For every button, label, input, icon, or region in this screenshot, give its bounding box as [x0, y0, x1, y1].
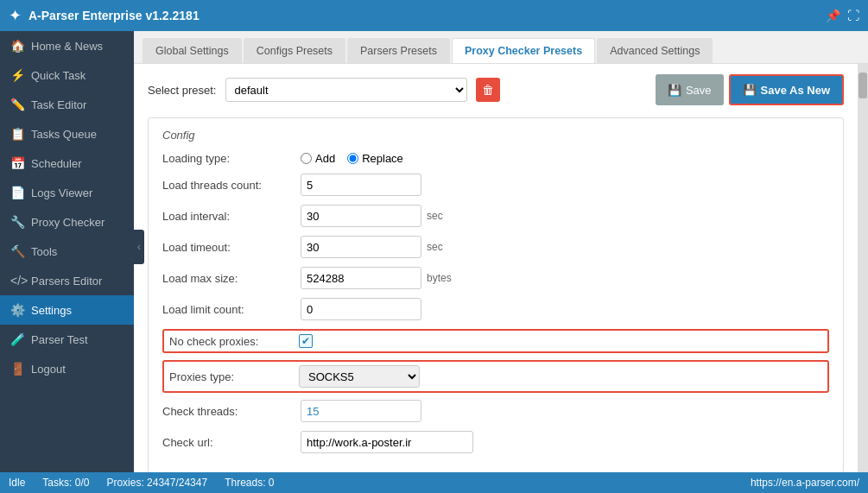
load-threads-label: Load threads count: — [162, 179, 301, 192]
scroll-thumb[interactable] — [858, 73, 867, 98]
load-limit-input[interactable] — [301, 298, 421, 320]
status-tasks: Tasks: 0/0 — [42, 477, 89, 489]
check-threads-input[interactable] — [301, 400, 421, 422]
status-proxies: Proxies: 24347/24347 — [106, 477, 207, 489]
radio-add[interactable]: Add — [301, 152, 335, 165]
sidebar-item-parser-test[interactable]: 🧪 Parser Test — [0, 325, 134, 354]
sidebar-label-scheduler: Scheduler — [31, 157, 82, 170]
sidebar-item-quick-task[interactable]: ⚡ Quick Task — [0, 60, 134, 90]
pin-icon[interactable]: 📌 — [826, 9, 840, 22]
save-as-label: Save As New — [761, 84, 830, 97]
proxies-type-row: Proxies type: HTTP HTTPS SOCKS4 SOCKS5 — [162, 360, 829, 393]
check-url-label: Check url: — [162, 436, 301, 449]
check-url-input[interactable] — [301, 431, 473, 453]
status-bar: Idle Tasks: 0/0 Proxies: 24347/24347 Thr… — [0, 472, 868, 493]
proxies-type-select[interactable]: HTTP HTTPS SOCKS4 SOCKS5 — [299, 365, 420, 388]
settings-icon: ⚙️ — [10, 303, 24, 317]
status-left: Idle Tasks: 0/0 Proxies: 24347/24347 Thr… — [9, 477, 275, 489]
sidebar-item-scheduler[interactable]: 📅 Scheduler — [0, 149, 134, 178]
loading-type-label: Loading type: — [162, 152, 301, 165]
tab-proxy-checker-presets[interactable]: Proxy Checker Presets — [452, 38, 595, 63]
save-button[interactable]: 💾 Save — [656, 74, 724, 105]
header-icons: 📌 ⛶ — [826, 9, 859, 22]
tab-bar: Global Settings Configs Presets Parsers … — [134, 31, 868, 64]
app-title: A-Parser Enterprise v1.2.2181 — [29, 9, 200, 22]
no-check-proxies-checkbox[interactable]: ✔ — [299, 334, 313, 348]
sidebar-item-settings[interactable]: ⚙️ Settings — [0, 295, 134, 325]
load-limit-row: Load limit count: — [162, 298, 829, 320]
app-header: ✦ A-Parser Enterprise v1.2.2181 📌 ⛶ — [0, 0, 868, 31]
check-url-row: Check url: — [162, 431, 829, 453]
sidebar-label-logs-viewer: Logs Viewer — [31, 186, 92, 199]
btn-group: 💾 Save 💾 Save As New — [656, 74, 844, 105]
radio-add-label: Add — [315, 152, 335, 165]
sidebar-collapse-handle[interactable]: ‹ — [134, 230, 144, 264]
app-logo-icon: ✦ — [9, 6, 22, 25]
sidebar-item-task-editor[interactable]: ✏️ Task Editor — [0, 90, 134, 119]
save-as-icon: 💾 — [743, 84, 757, 97]
home-icon: 🏠 — [10, 39, 24, 53]
tab-advanced-settings[interactable]: Advanced Settings — [597, 38, 713, 63]
tab-parsers-presets[interactable]: Parsers Presets — [347, 38, 450, 63]
no-check-proxies-row: No check proxies: ✔ — [162, 329, 829, 353]
check-threads-row: Check threads: — [162, 400, 829, 422]
status-threads: Threads: 0 — [225, 477, 274, 489]
sidebar-item-logout[interactable]: 🚪 Logout — [0, 354, 134, 383]
load-timeout-input[interactable] — [301, 236, 421, 258]
logs-icon: 📄 — [10, 186, 24, 199]
radio-replace[interactable]: Replace — [347, 152, 403, 165]
sidebar-item-proxy-checker[interactable]: 🔧 Proxy Checker — [0, 207, 134, 237]
config-section: Config Loading type: Add Replace — [148, 117, 844, 472]
sidebar-label-tools: Tools — [31, 245, 57, 258]
load-max-size-row: Load max size: bytes — [162, 267, 829, 289]
sidebar-label-task-editor: Task Editor — [31, 98, 86, 111]
load-timeout-row: Load timeout: sec — [162, 236, 829, 258]
tab-configs-presets[interactable]: Configs Presets — [244, 38, 345, 63]
delete-preset-button[interactable]: 🗑 — [476, 78, 500, 102]
sidebar-item-tools[interactable]: 🔨 Tools — [0, 237, 134, 266]
loading-type-row: Loading type: Add Replace — [162, 152, 829, 165]
sidebar-label-tasks-queue: Tasks Queue — [31, 128, 97, 141]
sidebar-item-parsers-editor[interactable]: </> Parsers Editor — [0, 266, 134, 295]
proxies-type-label: Proxies type: — [169, 370, 299, 383]
sidebar: 🏠 Home & News ⚡ Quick Task ✏️ Task Edito… — [0, 31, 134, 472]
status-url: https://en.a-parser.com/ — [751, 477, 859, 489]
collapse-icon: ‹ — [137, 240, 141, 253]
loading-type-radio-group: Add Replace — [301, 152, 403, 165]
quick-task-icon: ⚡ — [10, 68, 24, 82]
load-interval-unit: sec — [427, 210, 443, 222]
parsers-editor-icon: </> — [10, 274, 24, 288]
expand-icon[interactable]: ⛶ — [847, 9, 859, 22]
status-idle: Idle — [9, 477, 25, 489]
radio-add-input[interactable] — [301, 153, 312, 164]
sidebar-item-tasks-queue[interactable]: 📋 Tasks Queue — [0, 119, 134, 149]
sidebar-label-parser-test: Parser Test — [31, 333, 88, 346]
sidebar-label-parsers-editor: Parsers Editor — [31, 275, 102, 288]
sidebar-item-logs-viewer[interactable]: 📄 Logs Viewer — [0, 178, 134, 207]
task-editor-icon: ✏️ — [10, 98, 24, 111]
preset-select[interactable]: default — [225, 78, 467, 102]
tab-global-settings[interactable]: Global Settings — [143, 38, 242, 63]
config-title: Config — [162, 129, 829, 142]
load-threads-row: Load threads count: — [162, 174, 829, 196]
header-left: ✦ A-Parser Enterprise v1.2.2181 — [9, 6, 200, 25]
save-as-new-button[interactable]: 💾 Save As New — [729, 74, 844, 105]
save-icon: 💾 — [668, 84, 681, 97]
radio-replace-input[interactable] — [347, 153, 358, 164]
load-max-size-input[interactable] — [301, 267, 421, 289]
load-interval-label: Load interval: — [162, 210, 301, 223]
load-interval-input[interactable] — [301, 205, 421, 227]
sidebar-label-quick-task: Quick Task — [31, 69, 86, 82]
content-area: Select preset: default 🗑 💾 Save 💾 Save A… — [134, 64, 858, 472]
scrollbar[interactable] — [858, 64, 868, 472]
load-threads-input[interactable] — [301, 174, 421, 196]
save-label: Save — [686, 84, 712, 97]
tasks-queue-icon: 📋 — [10, 127, 24, 141]
sidebar-label-settings: Settings — [31, 304, 72, 317]
sidebar-label-proxy-checker: Proxy Checker — [31, 216, 105, 229]
load-interval-row: Load interval: sec — [162, 205, 829, 227]
load-timeout-label: Load timeout: — [162, 241, 301, 254]
preset-label: Select preset: — [148, 84, 217, 97]
sidebar-item-home-news[interactable]: 🏠 Home & News — [0, 31, 134, 60]
radio-replace-label: Replace — [362, 152, 403, 165]
